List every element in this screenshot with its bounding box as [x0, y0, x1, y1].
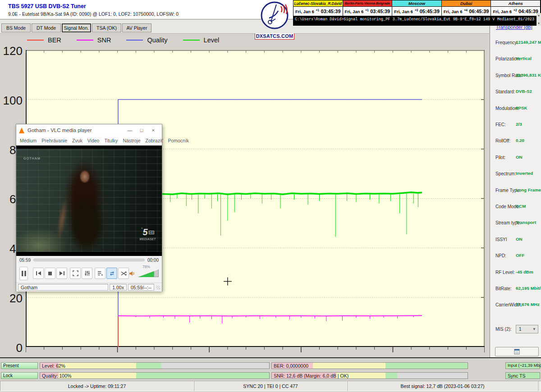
- dxsatcs-logo: DXSATCS.COM: [253, 1, 296, 34]
- clock-city-dubai: Dubai: [442, 0, 491, 6]
- volume-slider[interactable]: 78%: [138, 269, 159, 277]
- scroll-up-icon[interactable]: ▲: [537, 14, 540, 17]
- loop-icon: [109, 271, 115, 276]
- chevron-down-icon: ▼: [532, 327, 536, 331]
- speaker-icon[interactable]: [129, 270, 135, 277]
- meter-segment: [313, 363, 385, 369]
- vlc-menu-item[interactable]: Zvuk: [72, 138, 83, 143]
- playlist-button[interactable]: [95, 268, 105, 279]
- param-label: RF Level:: [495, 270, 515, 275]
- ber-meter: BER: 0,0000000: [271, 362, 468, 369]
- next-button[interactable]: [56, 268, 67, 279]
- vlc-menu-item[interactable]: Médium: [20, 138, 37, 143]
- sidebar-param-row: CarrierWidth:37,676 MHz: [490, 300, 541, 316]
- vlc-controls-row: 78%: [16, 264, 162, 283]
- tab-signal-mon[interactable]: Signal Mon.: [62, 23, 91, 32]
- vlc-titlebar[interactable]: Gotham - VLC media player — □ ×: [16, 124, 162, 136]
- seek-slider[interactable]: [33, 259, 145, 261]
- utc-offset: +1: [316, 9, 319, 12]
- param-value: 37,676 MHz: [516, 302, 540, 307]
- sidebar-param-row: RollOff:0.20: [490, 136, 541, 152]
- pause-button[interactable]: [19, 267, 28, 280]
- maximize-button[interactable]: □: [136, 128, 147, 133]
- param-label: BitRate:: [495, 286, 512, 291]
- close-button[interactable]: ×: [147, 128, 159, 133]
- clock-city-lucenec: Lučenec-Slovakia_R.Dávid: [293, 0, 343, 6]
- pause-icon: [21, 270, 27, 277]
- stream-tool-button[interactable]: [495, 347, 539, 356]
- input-rate-indicator: Input (~21,39 Mbps): [505, 362, 540, 369]
- sidebar-param-row: Standard:DVB-S2: [490, 87, 541, 103]
- next-icon: [59, 271, 65, 276]
- quality-meter-label: Quality: 100%: [42, 373, 71, 378]
- meter-segment: [385, 373, 397, 378]
- legend-label: BER: [48, 36, 61, 44]
- mediaset-brand: MEDIASET: [140, 237, 156, 241]
- vlc-menu-item[interactable]: Zobraziť: [145, 138, 163, 143]
- param-value: Inverted: [516, 171, 533, 176]
- meter-segment: [385, 363, 468, 369]
- console-scrollbar[interactable]: ▲ ▼: [536, 13, 541, 26]
- vlc-menu-item[interactable]: Titulky: [104, 138, 118, 143]
- stop-button[interactable]: [45, 268, 55, 279]
- now-playing-label: Gotham: [18, 284, 108, 291]
- snr-meter: SNR: 12,6 dB (Margin: 6,0 dB | OK): [271, 372, 468, 379]
- vlc-menu-item[interactable]: Prehrávanie: [41, 138, 67, 143]
- resize-grip[interactable]: [156, 286, 160, 289]
- param-label: Spectrum:: [495, 171, 516, 176]
- param-value: OFF: [516, 253, 525, 258]
- tab-tsa[interactable]: TSA (OK): [92, 23, 121, 32]
- scroll-down-icon[interactable]: ▼: [537, 22, 540, 25]
- clock-hms: 03:45:39: [370, 9, 390, 14]
- tab-dt-mode[interactable]: DT Mode: [32, 23, 61, 32]
- meter-segment: [136, 373, 269, 378]
- vlc-menubar: MédiumPrehrávanieZvukVideoTitulkyNástroj…: [16, 136, 162, 146]
- satellite-info: 9.0E - Eutelsat 9B/Ka-Sat 9A (ID: 0090) …: [8, 11, 179, 17]
- legend-label: SNR: [97, 36, 111, 44]
- status-panel: Present Lock Level: 62% Quality: 100% BE…: [0, 357, 541, 392]
- vlc-video-area[interactable]: GOTHAM °5HD MEDIASET: [16, 146, 162, 256]
- vlc-menu-item[interactable]: Nástroje: [123, 138, 140, 143]
- random-button[interactable]: [118, 268, 129, 279]
- param-value: ON: [516, 237, 523, 242]
- clock-time-dubai: Fri, Jan 6 +4 06:45:39: [442, 6, 491, 16]
- lock-label: Lock: [3, 373, 13, 378]
- minimize-button[interactable]: —: [124, 128, 136, 133]
- vlc-cone-icon: [19, 128, 24, 133]
- clock-time-lucenec: Fri, Jan 6 +1 03:45:39: [293, 6, 343, 16]
- lock-indicator: Lock: [1, 372, 38, 379]
- present-indicator: Present: [1, 362, 38, 369]
- vlc-menu-item[interactable]: Pomocník: [168, 138, 189, 143]
- clock-hms: 03:45:39: [321, 9, 341, 14]
- clock-city-athens: Athens: [491, 0, 541, 6]
- vlc-window: Gotham - VLC media player — □ × MédiumPr…: [16, 124, 162, 292]
- shuffle-icon: [121, 271, 127, 276]
- clock-time-athens: Fri, Jan 6 +2 04:45:39: [491, 6, 541, 16]
- extended-settings-button[interactable]: [82, 268, 92, 279]
- meter-segment: [397, 373, 468, 378]
- previous-button[interactable]: [33, 268, 44, 279]
- loop-button[interactable]: [106, 268, 117, 279]
- hd-badge: HD: [149, 231, 155, 234]
- volume-percent: 78%: [142, 264, 150, 269]
- tab-bs-mode[interactable]: BS Mode: [1, 23, 31, 32]
- y-tick-20: 20: [1, 292, 23, 305]
- mis-row: MIS (2): 1 ▼: [490, 324, 541, 335]
- canale5-logo: 5: [142, 227, 147, 237]
- sidebar-param-row: BitRate:62,195 Mbit/s: [490, 283, 541, 300]
- time-display[interactable]: 05:59/--:--: [128, 284, 154, 291]
- legend-item-quality: Quality: [126, 36, 167, 44]
- playback-rate[interactable]: 1.00x: [110, 284, 127, 291]
- ber-meter-label: BER: 0,0000000: [274, 363, 308, 369]
- vlc-menu-item[interactable]: Video: [87, 138, 100, 143]
- fullscreen-button[interactable]: [70, 268, 81, 279]
- tab-av-player[interactable]: AV Player: [122, 23, 151, 32]
- remaining-time: 00:00: [147, 258, 159, 263]
- param-value: ON: [516, 155, 523, 160]
- clock-hms: 04:45:39: [518, 9, 538, 14]
- mis-dropdown[interactable]: 1 ▼: [516, 325, 538, 333]
- world-clocks: Lučenec-Slovakia_R.Dávid Berlin-Paris-Vi…: [293, 0, 541, 16]
- fullscreen-icon: [73, 270, 78, 276]
- mis-value: 1: [519, 327, 522, 332]
- sidebar-param-row: Code Mode:CCM: [490, 201, 541, 218]
